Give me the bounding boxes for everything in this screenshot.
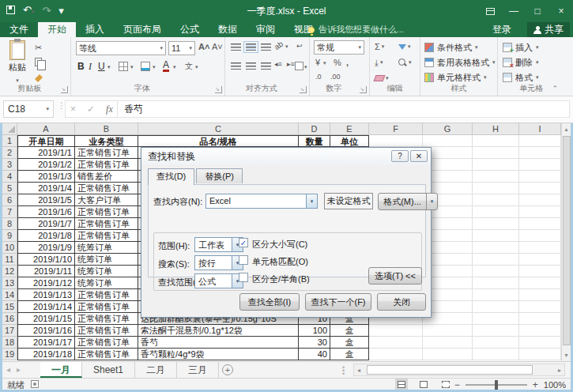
font-dialog-launcher-icon[interactable]: ↘	[215, 86, 222, 93]
vertical-scrollbar[interactable]: ▴ ▾	[561, 123, 571, 361]
cell-E17[interactable]: 盒	[330, 325, 369, 337]
cell-H9[interactable]	[473, 230, 519, 242]
cell-A10[interactable]: 2019/1/9	[17, 242, 75, 254]
sheet-nav-arrows[interactable]: ◂▸	[6, 365, 27, 374]
font-size-combo[interactable]: 11▾	[168, 41, 195, 55]
row-header-17[interactable]: 17	[2, 325, 17, 337]
row-header-1[interactable]: 1	[2, 135, 17, 147]
fill-color-icon[interactable]	[141, 62, 150, 71]
cell-B4[interactable]: 销售差价	[75, 171, 138, 183]
column-header-G[interactable]: G	[423, 123, 473, 135]
cell-I2[interactable]	[519, 147, 561, 159]
row-header-8[interactable]: 8	[2, 218, 17, 230]
new-sheet-icon[interactable]: +	[222, 364, 233, 375]
cell-H1[interactable]	[473, 135, 519, 147]
column-header-I[interactable]: I	[519, 123, 561, 135]
sheet-tab-三月[interactable]: 三月	[177, 362, 219, 378]
row-header-11[interactable]: 11	[2, 254, 17, 266]
cell-F17[interactable]	[369, 325, 423, 337]
currency-format-icon[interactable]: ¥	[315, 58, 320, 67]
row-header-6[interactable]: 6	[2, 194, 17, 206]
cell-B9[interactable]: 正常销售订单	[75, 230, 138, 242]
row-header-9[interactable]: 9	[2, 230, 17, 242]
comma-style-icon[interactable]: ,	[346, 58, 349, 67]
cell-B7[interactable]: 正常销售订单	[75, 206, 138, 218]
shrink-font-icon[interactable]: A˅	[212, 42, 223, 51]
conditional-formatting-button[interactable]: 条件格式▾	[424, 40, 478, 55]
cell-H11[interactable]	[473, 254, 519, 266]
cell-I5[interactable]	[519, 183, 561, 194]
phonetic-caret-icon[interactable]: ▾	[195, 64, 198, 70]
zoom-slider-thumb[interactable]	[495, 380, 498, 390]
cell-I8[interactable]	[519, 218, 561, 230]
formula-input[interactable]: 香芍	[117, 100, 570, 118]
row-header-10[interactable]: 10	[2, 242, 17, 254]
cell-I6[interactable]	[519, 194, 561, 206]
cell-B14[interactable]: 正常销售订单	[75, 289, 138, 301]
cell-B11[interactable]: 统筹订单	[75, 254, 138, 266]
cancel-icon[interactable]: ×	[70, 104, 76, 115]
align-top-icon[interactable]	[231, 43, 241, 51]
cell-I4[interactable]	[519, 171, 561, 183]
cell-G19[interactable]	[423, 349, 473, 360]
cell-A7[interactable]: 2019/1/6	[17, 206, 75, 218]
underline-button[interactable]: U	[98, 61, 105, 72]
font-color-icon[interactable]: A	[163, 60, 169, 72]
horizontal-scrollbar[interactable]: ◂ ▸	[353, 364, 565, 376]
align-bottom-icon[interactable]	[261, 43, 271, 51]
vertical-scroll-thumb[interactable]	[563, 136, 571, 345]
ribbon-tab-页面布局[interactable]: 页面布局	[114, 22, 171, 37]
tell-me-box[interactable]: 告诉我您想要做什么...	[308, 22, 404, 37]
row-header-7[interactable]: 7	[2, 206, 17, 218]
search-combo[interactable]: 按行▾	[194, 255, 243, 270]
match-case-checkbox[interactable]: ✓	[239, 238, 248, 247]
cell-H10[interactable]	[473, 242, 519, 254]
column-header-B[interactable]: B	[75, 123, 138, 135]
select-all-corner[interactable]	[2, 123, 17, 135]
match-case-label[interactable]: 区分大小写(C)	[252, 239, 307, 251]
cell-I19[interactable]	[519, 349, 561, 360]
row-header-13[interactable]: 13	[2, 277, 17, 289]
cell-H17[interactable]	[473, 325, 519, 337]
borders-icon[interactable]	[119, 62, 128, 71]
cell-H5[interactable]	[473, 183, 519, 194]
sign-in-button[interactable]: 登录	[492, 22, 511, 37]
column-header-E[interactable]: E	[330, 123, 369, 135]
cell-E1[interactable]: 单位	[330, 135, 369, 147]
page-break-view-button[interactable]	[439, 379, 452, 390]
align-middle-icon[interactable]	[246, 43, 256, 51]
normal-view-button[interactable]	[395, 379, 408, 390]
column-header-A[interactable]: A	[17, 123, 75, 135]
underline-caret-icon[interactable]: ▾	[107, 64, 111, 70]
dialog-close-icon[interactable]: ✕	[410, 150, 428, 162]
ribbon-tab-数据[interactable]: 数据	[209, 22, 247, 37]
increase-indent-icon[interactable]: ▸≡	[287, 60, 295, 68]
options-button[interactable]: 选项(T) <<	[368, 267, 422, 285]
cell-G18[interactable]	[423, 337, 473, 349]
cell-B16[interactable]: 正常销售订单	[75, 313, 138, 325]
cell-C1[interactable]: 品名/规格	[138, 135, 299, 147]
dialog-close-button[interactable]: 关闭	[377, 293, 426, 311]
cell-C18[interactable]: 香芍	[138, 337, 299, 349]
within-combo[interactable]: 工作表▾	[194, 237, 243, 252]
find-select-button[interactable]: ▾	[397, 56, 413, 69]
zoom-level-label[interactable]: 100%	[544, 380, 566, 390]
row-header-16[interactable]: 16	[2, 313, 17, 325]
borders-caret-icon[interactable]: ▾	[130, 64, 134, 70]
cell-H12[interactable]	[473, 266, 519, 277]
paste-button[interactable]: 粘贴 ▾	[5, 40, 30, 85]
match-width-checkbox[interactable]	[239, 273, 248, 282]
cell-B6[interactable]: 大客户订单	[75, 194, 138, 206]
collapse-ribbon-icon[interactable]: ⌃	[552, 85, 558, 92]
cell-D1[interactable]: 数量	[299, 135, 330, 147]
ribbon-tab-file[interactable]: 文件	[0, 22, 38, 37]
find-next-button[interactable]: 查找下一个(F)	[305, 293, 371, 311]
italic-button[interactable]: I	[89, 61, 92, 73]
cell-H2[interactable]	[473, 147, 519, 159]
currency-caret-icon[interactable]: ▾	[323, 60, 326, 66]
find-what-combo[interactable]: Excel▾	[205, 194, 318, 209]
cut-button[interactable]: ✂	[35, 42, 42, 53]
cell-D19[interactable]: 40	[299, 349, 330, 360]
orientation-icon[interactable]: ab	[273, 40, 285, 51]
font-color-caret-icon[interactable]: ▾	[173, 64, 176, 70]
